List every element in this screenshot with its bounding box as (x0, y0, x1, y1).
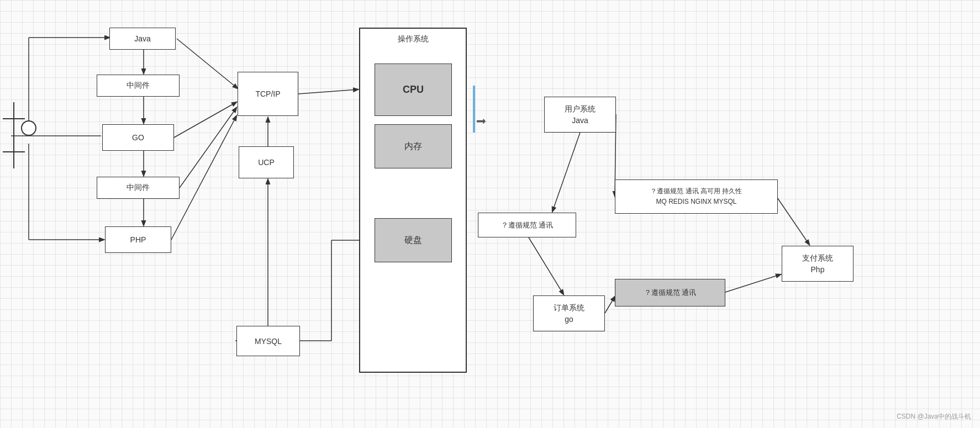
mysql-box: MYSQL (236, 326, 300, 356)
java-box: Java (109, 28, 176, 50)
pay-system-box: 支付系统 Php (782, 246, 853, 282)
cursor-icon: ⮕ (476, 116, 487, 129)
question1-box: ？遵循规范 通讯 (478, 213, 576, 237)
php-box: PHP (105, 226, 171, 253)
svg-line-18 (298, 89, 358, 94)
question3-box: ？遵循规范 通讯 (615, 279, 725, 307)
go-box: GO (102, 124, 174, 151)
svg-line-21 (529, 237, 563, 294)
order-system-box: 订单系统 go (533, 295, 605, 331)
hdd-box: 硬盘 (375, 218, 452, 262)
svg-line-19 (552, 133, 580, 212)
svg-line-10 (174, 102, 236, 138)
tcpip-box: TCP/IP (238, 72, 298, 116)
svg-line-24 (724, 274, 781, 293)
svg-line-23 (776, 196, 809, 245)
user-system-box: 用户系统 Java (544, 97, 616, 133)
svg-line-22 (605, 297, 615, 313)
middleware1-box: 中间件 (97, 75, 180, 97)
ucp-box: UCP (239, 146, 294, 178)
svg-line-12 (171, 116, 236, 240)
svg-line-11 (180, 108, 236, 188)
watermark: CSDN @Java中的战斗机 (897, 412, 971, 421)
fork-symbol (3, 102, 25, 168)
cpu-box: CPU (375, 64, 452, 116)
diagram-canvas: Java 中间件 GO 中间件 PHP TCP/IP UCP MYSQL 操作系… (0, 0, 980, 428)
question2-box: ？遵循规范 通讯 高可用 持久性 MQ REDIS NGINX MYSQL (615, 179, 778, 214)
blue-bar (473, 86, 475, 133)
middleware2-box: 中间件 (97, 177, 180, 199)
memory-box: 内存 (375, 124, 452, 168)
svg-line-9 (177, 39, 238, 88)
